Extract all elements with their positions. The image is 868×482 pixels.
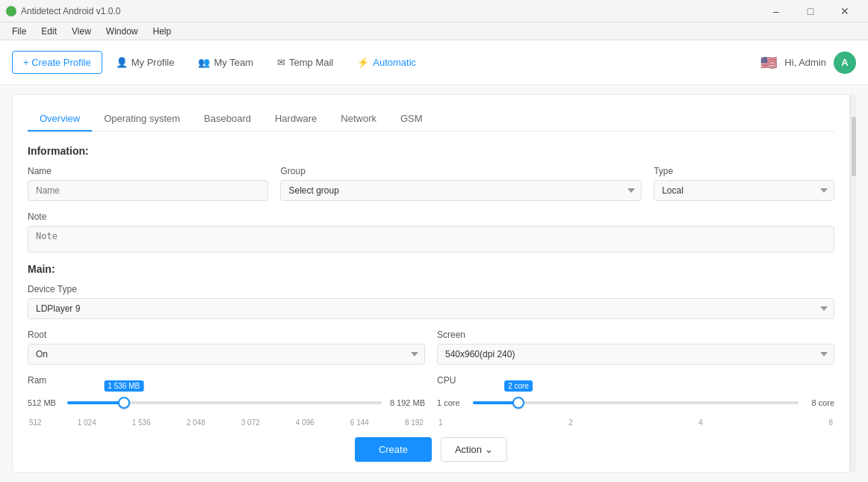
title-bar-left: Antidetect Android v1.0.0 bbox=[6, 6, 120, 16]
note-group: Note bbox=[28, 211, 834, 253]
minimize-button[interactable]: – bbox=[759, 0, 793, 22]
cpu-track: 2 core bbox=[473, 401, 799, 404]
top-nav: + Create Profile 👤 My Profile 👥 My Team … bbox=[0, 40, 868, 85]
main-panel: Overview Operating system Baseboard Hard… bbox=[12, 94, 850, 473]
avatar: A bbox=[834, 52, 856, 74]
type-label: Type bbox=[654, 166, 834, 176]
hi-text: Hi, Admin bbox=[784, 57, 826, 68]
action-button[interactable]: Action ⌄ bbox=[441, 437, 507, 462]
flag-icon: 🇺🇸 bbox=[760, 55, 777, 71]
screen-select[interactable]: 540x960(dpi 240) bbox=[437, 344, 834, 365]
cpu-value-badge: 2 core bbox=[504, 380, 533, 392]
ram-section: Ram 512 MB 1 536 MB 8 192 MB bbox=[28, 375, 425, 427]
root-screen-row: Root On Off Screen 540x960(dpi 240) bbox=[28, 330, 834, 365]
person-icon: 👤 bbox=[116, 57, 128, 68]
tab-network[interactable]: Network bbox=[329, 107, 388, 132]
tab-overview[interactable]: Overview bbox=[28, 107, 92, 132]
ram-slider-wrapper: 1 536 MB bbox=[67, 390, 382, 415]
app-icon bbox=[6, 6, 16, 16]
ram-thumb[interactable]: 1 536 MB bbox=[118, 397, 130, 409]
root-select[interactable]: On Off bbox=[28, 344, 425, 365]
name-group: Name bbox=[28, 166, 268, 201]
group-form-group: Group Select group bbox=[280, 166, 642, 201]
create-profile-button[interactable]: + Create Profile bbox=[12, 51, 102, 74]
create-button[interactable]: Create bbox=[355, 437, 432, 462]
team-icon: 👥 bbox=[198, 57, 210, 68]
ram-track: 1 536 MB bbox=[67, 401, 382, 404]
ram-max-badge: 8 192 MB bbox=[388, 398, 425, 407]
cpu-slider-wrapper: 2 core bbox=[473, 390, 799, 415]
menu-edit[interactable]: Edit bbox=[35, 25, 63, 38]
cpu-thumb[interactable]: 2 core bbox=[512, 397, 524, 409]
note-label: Note bbox=[28, 211, 834, 222]
tab-baseboard[interactable]: Baseboard bbox=[192, 107, 263, 132]
group-label: Group bbox=[280, 166, 642, 176]
cpu-max-badge: 8 core bbox=[805, 398, 834, 407]
screen-label: Screen bbox=[437, 330, 834, 340]
name-input[interactable] bbox=[28, 180, 268, 201]
bottom-bar: Create Action ⌄ bbox=[28, 427, 834, 468]
tabs: Overview Operating system Baseboard Hard… bbox=[28, 107, 834, 132]
auto-icon: ⚡ bbox=[357, 57, 369, 68]
info-section-title: Information: bbox=[28, 145, 834, 157]
app-title: Antidetect Android v1.0.0 bbox=[21, 6, 120, 16]
main-window: + Create Profile 👤 My Profile 👥 My Team … bbox=[0, 40, 868, 482]
cpu-min-badge: 1 core bbox=[437, 398, 467, 407]
device-type-row: Device Type LDPlayer 9 bbox=[28, 284, 834, 319]
automatic-button[interactable]: ⚡ Automatic bbox=[347, 52, 427, 73]
ram-ticks: 512 1 024 1 536 2 048 3 072 4 096 6 144 … bbox=[28, 418, 425, 427]
type-select[interactable]: Local bbox=[654, 180, 834, 201]
ram-fill bbox=[67, 401, 124, 404]
menu-file[interactable]: File bbox=[6, 25, 32, 38]
cpu-section: CPU 1 core 2 core 8 core bbox=[437, 375, 834, 427]
tab-os[interactable]: Operating system bbox=[92, 107, 192, 132]
type-form-group: Type Local bbox=[654, 166, 834, 201]
tab-hardware[interactable]: Hardware bbox=[263, 107, 329, 132]
close-button[interactable]: ✕ bbox=[828, 0, 862, 22]
ram-cpu-row: Ram 512 MB 1 536 MB 8 192 MB bbox=[28, 375, 834, 427]
menu-window[interactable]: Window bbox=[100, 25, 144, 38]
top-nav-left: + Create Profile 👤 My Profile 👥 My Team … bbox=[12, 51, 427, 74]
ram-slider-row: 512 MB 1 536 MB 8 192 MB bbox=[28, 390, 425, 415]
name-group-row: Name Group Select group Type Local bbox=[28, 166, 834, 201]
chevron-down-icon: ⌄ bbox=[485, 444, 493, 455]
note-row: Note bbox=[28, 211, 834, 253]
device-type-group: Device Type LDPlayer 9 bbox=[28, 284, 834, 319]
scrollbar-thumb[interactable] bbox=[852, 117, 856, 176]
name-label: Name bbox=[28, 166, 268, 176]
root-group: Root On Off bbox=[28, 330, 425, 365]
device-type-label: Device Type bbox=[28, 284, 834, 294]
group-select[interactable]: Select group bbox=[280, 180, 642, 201]
menu-view[interactable]: View bbox=[66, 25, 97, 38]
menu-bar: File Edit View Window Help bbox=[0, 22, 868, 40]
main-section-title: Main: bbox=[28, 263, 834, 275]
my-profile-button[interactable]: 👤 My Profile bbox=[105, 52, 185, 73]
cpu-slider-row: 1 core 2 core 8 core bbox=[437, 390, 834, 415]
window-controls: – □ ✕ bbox=[759, 0, 862, 22]
scrollbar-track[interactable] bbox=[850, 94, 856, 473]
mail-icon: ✉ bbox=[277, 57, 285, 68]
menu-help[interactable]: Help bbox=[147, 25, 178, 38]
ram-min-badge: 512 MB bbox=[28, 398, 61, 407]
maximize-button[interactable]: □ bbox=[793, 0, 828, 22]
temp-mail-button[interactable]: ✉ Temp Mail bbox=[267, 52, 344, 73]
content-area: Overview Operating system Baseboard Hard… bbox=[0, 85, 868, 482]
title-bar: Antidetect Android v1.0.0 – □ ✕ bbox=[0, 0, 868, 22]
root-label: Root bbox=[28, 330, 425, 340]
cpu-fill bbox=[473, 401, 518, 404]
ram-label: Ram bbox=[28, 375, 425, 386]
cpu-label: CPU bbox=[437, 375, 834, 386]
top-nav-right: 🇺🇸 Hi, Admin A bbox=[760, 52, 856, 74]
note-input[interactable] bbox=[28, 226, 834, 253]
cpu-ticks: 1 2 4 8 bbox=[437, 418, 834, 427]
device-type-select[interactable]: LDPlayer 9 bbox=[28, 298, 834, 319]
ram-value-badge: 1 536 MB bbox=[104, 380, 143, 392]
my-team-button[interactable]: 👥 My Team bbox=[187, 52, 264, 73]
tab-gsm[interactable]: GSM bbox=[388, 107, 435, 132]
screen-group: Screen 540x960(dpi 240) bbox=[437, 330, 834, 365]
